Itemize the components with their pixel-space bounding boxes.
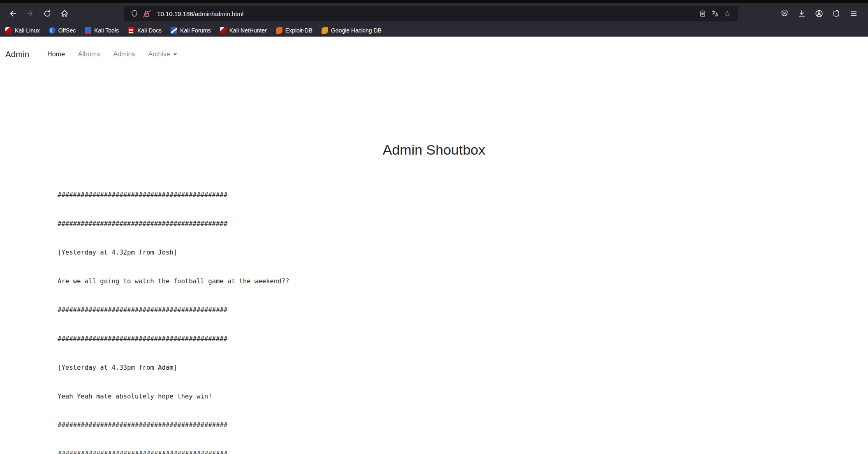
nav-item-admins[interactable]: Admins	[106, 47, 141, 61]
puzzle-icon	[832, 9, 841, 18]
bookmark-exploit-db[interactable]: Exploit-DB	[276, 25, 312, 35]
navbar-brand[interactable]: Admin	[5, 49, 29, 59]
kali-tools-icon	[85, 27, 91, 34]
url-text[interactable]: 10.10.19.186/admin/admin.html	[157, 10, 697, 17]
account-button[interactable]	[812, 7, 826, 21]
navbar-links: Home Albums Admins Archive	[41, 47, 184, 61]
hamburger-menu-icon	[849, 9, 858, 18]
bookmark-label: Kali Tools	[94, 27, 119, 34]
exploit-db-icon	[276, 27, 282, 34]
nav-item-archive-label: Archive	[148, 51, 170, 58]
shoutbox-line: [Yesterday at 4.32pm from Josh]	[58, 248, 652, 257]
nav-item-albums[interactable]: Albums	[72, 47, 106, 61]
kali-forums-icon	[171, 27, 177, 34]
downloads-button[interactable]	[795, 7, 809, 21]
window-top-edge	[0, 0, 868, 3]
bookmark-kali-docs[interactable]: Kali Docs	[128, 25, 162, 35]
pocket-icon	[780, 9, 789, 18]
shoutbox-line: [Yesterday at 4.33pm from Adam]	[58, 363, 652, 373]
bookmarks-bar: Kali Linux OffSec Kali Tools Kali Docs K…	[0, 24, 868, 37]
forward-button[interactable]	[23, 7, 37, 21]
home-button[interactable]	[58, 7, 72, 21]
url-path: /admin/admin.html	[193, 10, 244, 17]
bookmark-label: OffSec	[58, 27, 76, 34]
bookmark-kali-linux[interactable]: Kali Linux	[5, 25, 40, 35]
translate-icon[interactable]	[709, 7, 721, 20]
nav-item-home[interactable]: Home	[41, 47, 72, 61]
url-host: 10.10.19.186	[157, 10, 193, 17]
insecure-slash-overlay	[142, 9, 151, 18]
download-icon	[797, 9, 806, 18]
shoutbox-line: ########################################…	[58, 449, 652, 454]
bookmark-kali-forums[interactable]: Kali Forums	[171, 25, 211, 35]
bookmark-label: Kali Linux	[15, 27, 40, 34]
bookmark-kali-tools[interactable]: Kali Tools	[85, 25, 119, 35]
page-title: Admin Shoutbox	[0, 142, 868, 158]
account-icon	[815, 9, 824, 18]
bookmark-label: Exploit-DB	[285, 27, 312, 34]
shoutbox-line: ########################################…	[58, 219, 652, 229]
bookmark-label: Google Hacking DB	[331, 27, 382, 34]
bookmark-google-hacking-db[interactable]: Google Hacking DB	[322, 25, 382, 35]
shoutbox-line: Yeah Yeah mate absolutely hope they win!	[58, 392, 652, 401]
bookmark-label: Kali NetHunter	[229, 27, 267, 34]
shoutbox-line: ########################################…	[58, 421, 652, 430]
shoutbox-line: Are we all going to watch the football g…	[58, 277, 652, 286]
bookmark-kali-nethunter[interactable]: Kali NetHunter	[220, 25, 267, 35]
shoutbox-line: ########################################…	[58, 190, 652, 200]
nav-item-archive[interactable]: Archive	[142, 47, 184, 61]
bookmark-label: Kali Docs	[137, 27, 162, 34]
google-hacking-db-icon	[322, 27, 328, 34]
bookmark-label: Kali Forums	[180, 27, 211, 34]
back-button[interactable]	[6, 7, 20, 21]
toolbar-right-icons	[778, 7, 864, 21]
offsec-icon	[49, 27, 56, 34]
reload-icon	[43, 9, 52, 18]
kali-docs-icon	[128, 27, 134, 34]
shoutbox-line: ########################################…	[58, 334, 652, 344]
forward-arrow-icon	[25, 9, 35, 18]
menu-button[interactable]	[847, 7, 861, 21]
kali-dragon-icon	[5, 27, 12, 34]
pocket-button[interactable]	[778, 7, 792, 21]
back-arrow-icon	[8, 9, 17, 18]
bookmark-offsec[interactable]: OffSec	[49, 25, 76, 35]
chevron-down-icon	[173, 53, 177, 56]
connection-insecure-lock-icon[interactable]	[141, 7, 153, 20]
address-bar[interactable]: 10.10.19.186/admin/admin.html ☆	[124, 6, 738, 21]
tracking-protection-shield-icon[interactable]	[128, 7, 141, 20]
web-page: Admin Home Albums Admins Archive Admin S…	[0, 37, 868, 454]
browser-toolbar: 10.10.19.186/admin/admin.html ☆	[0, 3, 868, 24]
shoutbox-content: ########################################…	[58, 171, 652, 454]
shoutbox-line: ########################################…	[58, 306, 652, 315]
bookmark-star-icon[interactable]: ☆	[721, 7, 734, 20]
reader-view-icon[interactable]	[697, 7, 709, 20]
kali-nethunter-icon	[220, 27, 227, 34]
extensions-button[interactable]	[829, 7, 843, 21]
reload-button[interactable]	[40, 7, 54, 21]
site-navbar: Admin Home Albums Admins Archive	[0, 37, 868, 70]
home-icon	[60, 9, 69, 18]
